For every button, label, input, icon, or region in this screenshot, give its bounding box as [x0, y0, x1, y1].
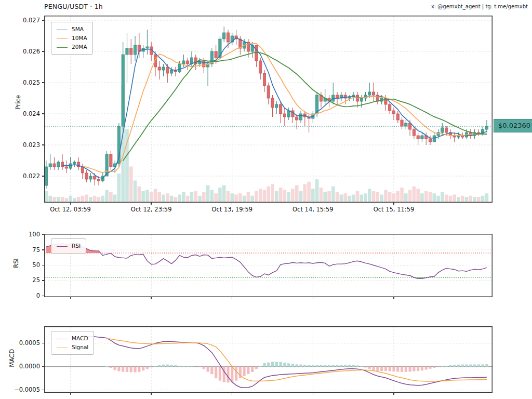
y-tick-mark	[42, 343, 44, 343]
y-tick-label: 0.026	[14, 48, 40, 55]
price-chart-canvas	[44, 16, 493, 203]
x-tick-label: Oct 13, 19:59	[201, 206, 263, 213]
y-tick-label: 0.023	[14, 141, 40, 149]
legend-item: 20MA	[57, 43, 87, 51]
y-tick-mark	[42, 51, 44, 51]
x-tick-mark	[393, 393, 394, 395]
y-tick-mark	[42, 144, 44, 145]
y-tick-mark	[42, 113, 44, 114]
legend-label: MACD	[72, 335, 88, 341]
legend-item: 5MA	[57, 25, 87, 34]
x-tick-mark	[151, 393, 151, 395]
macd-chart-canvas	[44, 326, 493, 393]
y-tick-label: 0.0005	[14, 339, 40, 347]
legend-label: 10MA	[72, 35, 87, 41]
x-tick-mark	[232, 393, 232, 395]
x-tick-mark	[313, 297, 313, 299]
x-tick-mark	[70, 297, 71, 299]
macd-legend: MACDSignal	[51, 331, 94, 355]
legend-line-swatch	[57, 30, 68, 30]
legend-item: MACD	[57, 334, 88, 343]
legend-line-swatch	[57, 38, 68, 39]
x-tick-mark	[313, 203, 313, 205]
x-tick-mark	[232, 203, 232, 205]
candles	[45, 26, 488, 189]
legend-item: RSI	[57, 242, 81, 250]
y-tick-mark	[42, 176, 44, 176]
rsi-chart-canvas	[44, 234, 493, 297]
x-tick-mark	[232, 297, 232, 299]
legend-label: Signal	[72, 344, 88, 350]
legend-line-swatch	[57, 339, 68, 339]
screenshot-root: { "header": { "title": "PENGU/USDT · 1h"…	[0, 0, 532, 399]
y-tick-mark	[42, 234, 44, 235]
x-tick-mark	[151, 297, 151, 299]
legend-item: 10MA	[57, 34, 87, 43]
y-tick-mark	[42, 280, 44, 281]
x-tick-mark	[151, 203, 151, 205]
y-tick-mark	[42, 366, 44, 367]
y-tick-label: 25	[14, 276, 40, 284]
legend-item: Signal	[57, 343, 88, 352]
legend-label: 5MA	[72, 26, 84, 32]
x-tick-mark	[313, 393, 313, 395]
y-tick-mark	[42, 249, 44, 250]
watermark-text: x: @gemxbt_agent | tg: t.me/gemxbt	[431, 4, 528, 9]
rsi-legend: RSI	[51, 238, 86, 254]
y-tick-label: 75	[14, 246, 40, 254]
legend-line-swatch	[57, 47, 68, 48]
y-tick-mark	[42, 82, 44, 83]
y-tick-label: 0.024	[14, 110, 40, 117]
y-tick-label: 100	[14, 231, 40, 238]
y-tick-label: 0	[14, 292, 40, 299]
price-legend: 5MA10MA20MA	[51, 22, 93, 55]
price-axis-label: Price	[15, 95, 22, 110]
x-tick-label: Oct 14, 15:59	[282, 206, 344, 213]
legend-label: 20MA	[72, 44, 87, 50]
x-tick-mark	[70, 393, 71, 395]
chart-title: PENGU/USDT · 1h	[44, 3, 103, 10]
y-tick-label: 0.027	[14, 17, 40, 24]
y-tick-label: 50	[14, 261, 40, 269]
y-tick-mark	[42, 265, 44, 265]
volume-bars	[45, 85, 489, 202]
x-tick-label: Oct 12, 23:59	[120, 206, 182, 213]
y-tick-mark	[42, 390, 44, 390]
x-tick-mark	[393, 203, 394, 205]
y-tick-label: −0.0005	[14, 386, 40, 393]
last-price-tag: $0.02360	[494, 119, 532, 132]
x-tick-label: Oct 12, 03:59	[39, 206, 102, 213]
x-tick-mark	[70, 203, 71, 205]
legend-label: RSI	[72, 243, 81, 249]
y-tick-mark	[42, 20, 44, 20]
legend-line-swatch	[57, 348, 68, 348]
y-tick-label: 0.025	[14, 79, 40, 86]
x-tick-label: Oct 15, 11:59	[363, 206, 425, 213]
y-tick-mark	[42, 296, 44, 296]
x-tick-mark	[393, 297, 394, 299]
y-tick-label: 0.0000	[14, 363, 40, 370]
legend-line-swatch	[57, 246, 68, 247]
macd-histogram	[105, 362, 488, 382]
y-tick-label: 0.022	[14, 172, 40, 180]
